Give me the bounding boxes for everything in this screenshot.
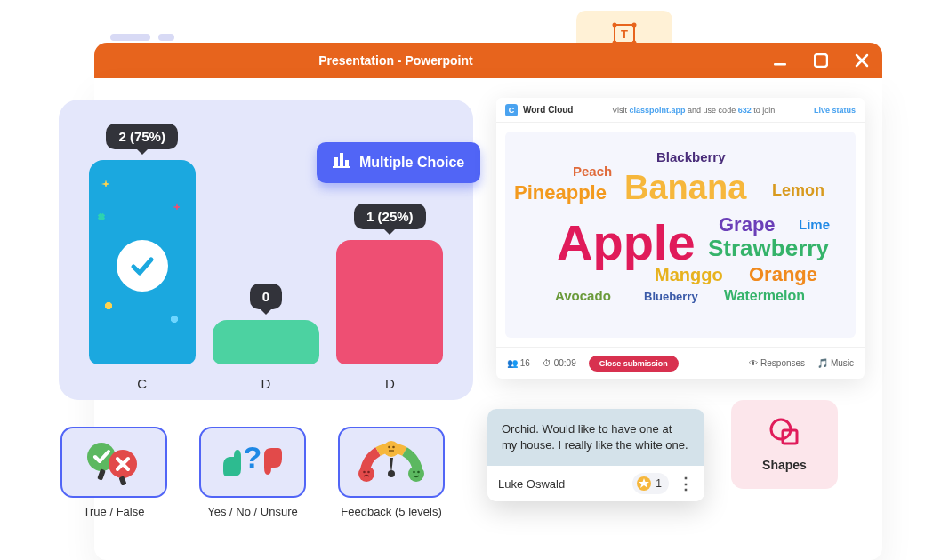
svg-rect-6 xyxy=(774,63,786,66)
response-card: Orchid. Would like to have one at my hou… xyxy=(487,409,704,501)
maximize-button[interactable] xyxy=(813,52,829,68)
response-author: Luke Oswald xyxy=(498,477,565,491)
svg-point-21 xyxy=(358,466,374,482)
classpoint-logo-icon: C xyxy=(505,104,518,116)
shapes-button[interactable]: Shapes xyxy=(731,400,838,489)
star-icon xyxy=(636,476,652,492)
word-lemon: Lemon xyxy=(772,181,824,200)
bar-value-label: 2 (75%) xyxy=(106,124,178,149)
word-strawberry: Strawberry xyxy=(708,235,829,262)
word-blackberry: Blackberry xyxy=(656,149,726,164)
response-text: Orchid. Would like to have one at my hou… xyxy=(487,409,704,466)
svg-point-23 xyxy=(408,466,424,482)
svg-rect-14 xyxy=(340,153,343,166)
svg-rect-13 xyxy=(334,157,338,166)
word-cloud-panel: C Word Cloud Visit classpoint.app and us… xyxy=(496,98,865,379)
close-submission-button[interactable]: Close submission xyxy=(589,356,679,372)
window-titlebar: Presentation - Powerpoint xyxy=(94,43,882,78)
svg-point-27 xyxy=(392,446,395,449)
svg-point-2 xyxy=(632,23,637,28)
word-watermelon: Watermelon xyxy=(724,288,805,304)
option-yes-no-unsure[interactable]: ? xyxy=(199,427,306,498)
sparkle-icon xyxy=(171,316,178,323)
star-badge[interactable]: 1 xyxy=(632,473,669,494)
word-blueberry: Blueberry xyxy=(644,290,698,303)
word-cloud-header: C Word Cloud Visit classpoint.app and us… xyxy=(496,98,865,123)
axis-labels: C D D xyxy=(80,376,452,391)
word-manggo: Manggo xyxy=(655,265,723,285)
music-toggle[interactable]: 🎵 Music xyxy=(817,358,854,368)
word-grape: Grape xyxy=(719,213,776,236)
decoration-line xyxy=(158,34,174,41)
bar-chart-icon xyxy=(333,153,350,172)
option-feedback[interactable] xyxy=(338,427,445,498)
option-true-false-label: True / False xyxy=(52,505,176,518)
timer: ⏱ 00:09 xyxy=(543,358,576,368)
bar-value-label: 1 (25%) xyxy=(354,204,426,229)
svg-point-29 xyxy=(417,471,420,474)
axis-label: C xyxy=(84,376,200,391)
option-yes-no-unsure-label: Yes / No / Unsure xyxy=(190,505,315,518)
word-apple: Apple xyxy=(557,213,696,271)
svg-text:?: ? xyxy=(244,440,262,474)
svg-point-28 xyxy=(413,471,415,474)
option-feedback-label: Feedback (5 levels) xyxy=(329,505,454,518)
live-status-link[interactable]: Live status xyxy=(814,106,856,115)
correct-check-icon xyxy=(117,240,168,292)
minimize-button[interactable] xyxy=(772,52,788,68)
axis-label: D xyxy=(208,376,324,391)
axis-label: D xyxy=(332,376,447,391)
svg-point-25 xyxy=(367,471,370,474)
svg-rect-10 xyxy=(105,302,112,309)
svg-point-22 xyxy=(383,441,399,457)
bar-value-label: 0 xyxy=(250,284,282,309)
svg-point-1 xyxy=(613,23,617,28)
word-cloud-canvas: Apple Banana Strawberry Pineapple Grape … xyxy=(505,132,856,338)
word-banana: Banana xyxy=(624,169,746,207)
svg-point-26 xyxy=(388,446,390,449)
participants-count: 👥 16 xyxy=(507,358,530,368)
svg-rect-11 xyxy=(171,316,178,323)
bar-d xyxy=(336,240,443,364)
shapes-icon xyxy=(768,418,800,449)
shapes-label: Shapes xyxy=(762,458,807,472)
word-cloud-title: Word Cloud xyxy=(523,105,573,115)
bar-column: 1 (25%) xyxy=(332,204,447,364)
word-peach: Peach xyxy=(573,164,612,179)
option-true-false[interactable] xyxy=(60,427,167,498)
more-menu-button[interactable]: ⋮ xyxy=(678,474,694,493)
sparkle-icon xyxy=(173,203,180,210)
decoration-line xyxy=(110,34,150,41)
svg-point-30 xyxy=(388,470,395,477)
svg-rect-15 xyxy=(345,160,349,166)
multiple-choice-badge-label: Multiple Choice xyxy=(359,155,464,171)
sparkle-icon xyxy=(105,302,112,309)
yes-no-unsure-icon: ? xyxy=(214,439,291,485)
bar-column: 2 (75%) xyxy=(84,124,200,364)
svg-rect-7 xyxy=(815,54,827,67)
sparkle-icon xyxy=(101,180,109,187)
join-instructions: Visit classpoint.app and use code 632 to… xyxy=(612,106,775,115)
word-orange: Orange xyxy=(749,263,817,286)
svg-point-24 xyxy=(363,471,366,474)
word-pineapple: Pineapple xyxy=(514,181,607,204)
responses-toggle[interactable]: 👁 Responses xyxy=(749,358,805,368)
svg-text:T: T xyxy=(621,28,628,41)
word-avocado: Avocado xyxy=(555,288,611,303)
word-cloud-footer: 👥 16 ⏱ 00:09 Close submission 👁 Response… xyxy=(496,347,865,379)
bar-d xyxy=(213,320,319,364)
sparkle-icon xyxy=(98,213,105,220)
feedback-gauge-icon xyxy=(354,440,429,484)
bar-column: 0 xyxy=(208,284,324,364)
close-button[interactable] xyxy=(854,52,870,68)
svg-rect-12 xyxy=(333,166,350,168)
true-false-icon xyxy=(82,439,146,485)
bar-c xyxy=(89,160,196,364)
window-title: Presentation - Powerpoint xyxy=(318,53,472,68)
multiple-choice-badge[interactable]: Multiple Choice xyxy=(317,142,480,183)
word-lime: Lime xyxy=(799,217,830,232)
